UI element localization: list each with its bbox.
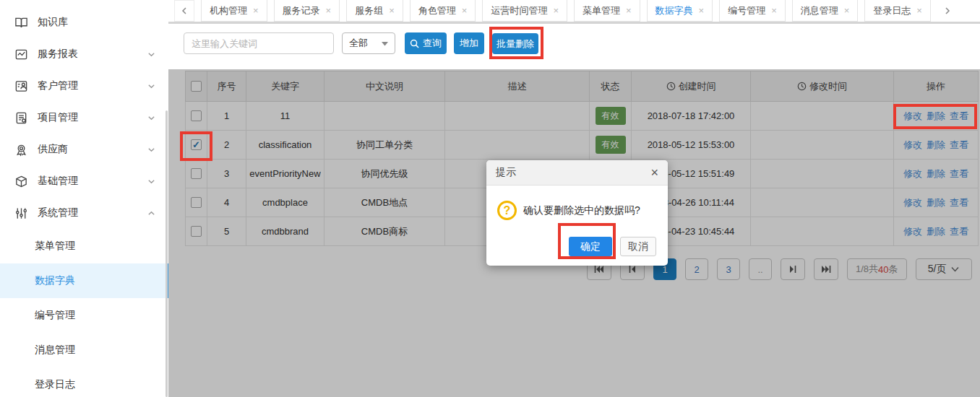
tab-login-log[interactable]: 登录日志× bbox=[864, 0, 931, 22]
caret-down-icon bbox=[382, 41, 388, 46]
close-icon[interactable]: × bbox=[699, 5, 705, 16]
sidebar-item-label: 系统管理 bbox=[38, 206, 147, 219]
cube-icon bbox=[14, 175, 28, 188]
tab-bar: 机构管理× 服务记录× 服务组× 角色管理× 运营时间管理× 菜单管理× 数据字… bbox=[168, 0, 980, 22]
search-icon bbox=[410, 39, 419, 48]
report-chart-icon bbox=[14, 48, 28, 61]
confirm-dialog: 提示 × ? 确认要删除选中的数据吗? 确定 取消 bbox=[486, 160, 668, 266]
close-icon[interactable]: × bbox=[553, 5, 559, 16]
tab-data-dictionary[interactable]: 数据字典× bbox=[647, 0, 713, 22]
book-icon bbox=[14, 16, 28, 30]
tab-label: 角色管理 bbox=[418, 4, 456, 17]
tab-menu-mgmt[interactable]: 菜单管理× bbox=[574, 0, 640, 22]
close-icon[interactable]: × bbox=[462, 5, 468, 16]
sidebar-subitem-label: 数据字典 bbox=[35, 274, 75, 287]
sidebar-item-customer-mgmt[interactable]: 客户管理 bbox=[0, 70, 168, 102]
batch-delete-button-label: 批量删除 bbox=[497, 38, 534, 51]
sidebar-item-knowledge-base[interactable]: 知识库 bbox=[0, 6, 168, 38]
tab-org-mgmt[interactable]: 机构管理× bbox=[201, 0, 267, 22]
dialog-title: 提示 bbox=[496, 166, 650, 179]
cancel-button[interactable]: 取消 bbox=[620, 237, 656, 256]
sidebar-subitem-login-log[interactable]: 登录日志 bbox=[0, 367, 168, 397]
close-icon[interactable]: × bbox=[844, 5, 850, 16]
confirm-button[interactable]: 确定 bbox=[569, 237, 612, 256]
dialog-body: ? 确认要删除选中的数据吗? bbox=[486, 186, 668, 220]
tab-label: 机构管理 bbox=[210, 4, 247, 17]
sidebar-item-service-report[interactable]: 服务报表 bbox=[0, 38, 168, 70]
tab-label: 数据字典 bbox=[656, 4, 693, 17]
close-icon[interactable]: × bbox=[771, 5, 777, 16]
chevron-left-icon bbox=[181, 7, 188, 14]
chevron-down-icon bbox=[147, 82, 155, 90]
sidebar-item-supplier[interactable]: 供应商 bbox=[0, 134, 168, 165]
sidebar-item-label: 知识库 bbox=[38, 16, 155, 29]
tab-message-mgmt[interactable]: 消息管理× bbox=[792, 0, 859, 22]
tab-label: 消息管理 bbox=[801, 4, 838, 17]
sidebar-item-basic-mgmt[interactable]: 基础管理 bbox=[0, 165, 168, 197]
chevron-down-icon bbox=[147, 51, 155, 58]
close-icon[interactable]: × bbox=[626, 5, 632, 16]
tab-scroll-left-button[interactable] bbox=[174, 0, 194, 22]
chevron-up-icon bbox=[147, 209, 155, 217]
add-button[interactable]: 增加 bbox=[454, 32, 484, 54]
sidebar-item-label: 客户管理 bbox=[38, 79, 147, 92]
filter-dropdown[interactable]: 全部 bbox=[342, 32, 395, 54]
customer-card-icon bbox=[14, 79, 28, 93]
query-button-label: 查询 bbox=[423, 37, 442, 50]
sidebar-subitem-label: 编号管理 bbox=[35, 309, 75, 322]
batch-delete-button[interactable]: 批量删除 bbox=[492, 33, 538, 54]
tab-label: 服务记录 bbox=[283, 4, 320, 17]
sidebar-item-label: 项目管理 bbox=[38, 111, 147, 124]
tab-number-mgmt[interactable]: 编号管理× bbox=[719, 0, 786, 22]
sidebar-subitem-label: 菜单管理 bbox=[35, 240, 75, 253]
sidebar-subitem-label: 消息管理 bbox=[35, 344, 75, 357]
search-input[interactable] bbox=[184, 32, 334, 54]
sidebar-subitem-number-mgmt[interactable]: 编号管理 bbox=[0, 298, 168, 333]
sidebar-item-label: 基础管理 bbox=[38, 175, 147, 188]
tab-operating-time-mgmt[interactable]: 运营时间管理× bbox=[482, 0, 567, 22]
query-button[interactable]: 查询 bbox=[405, 32, 447, 54]
tab-label: 菜单管理 bbox=[583, 4, 620, 17]
supplier-medal-icon bbox=[14, 143, 28, 157]
sidebar-item-system-mgmt[interactable]: 系统管理 bbox=[0, 197, 168, 229]
tab-label: 登录日志 bbox=[873, 4, 911, 17]
toolbar: 全部 查询 增加 批量删除 bbox=[168, 24, 980, 69]
tab-service-group[interactable]: 服务组× bbox=[346, 0, 403, 22]
sidebar: 知识库 服务报表 客户管理 项目管理 供应商 基础管理 bbox=[0, 0, 168, 397]
close-icon[interactable]: × bbox=[650, 166, 658, 179]
tab-label: 编号管理 bbox=[728, 4, 765, 17]
chevron-down-icon bbox=[147, 114, 155, 122]
sliders-icon bbox=[14, 206, 28, 220]
sidebar-item-label: 供应商 bbox=[38, 143, 147, 156]
tab-scroll-right-button[interactable] bbox=[937, 0, 958, 22]
chevron-down-icon bbox=[147, 146, 155, 154]
sidebar-subitem-label: 登录日志 bbox=[35, 378, 75, 391]
sidebar-scrollbar[interactable] bbox=[166, 110, 168, 397]
add-button-label: 增加 bbox=[460, 37, 478, 50]
close-icon[interactable]: × bbox=[326, 5, 332, 16]
tab-label: 服务组 bbox=[355, 4, 383, 17]
tab-service-record[interactable]: 服务记录× bbox=[274, 0, 340, 22]
chevron-down-icon bbox=[147, 178, 155, 186]
dialog-message: 确认要删除选中的数据吗? bbox=[523, 204, 640, 217]
tab-label: 运营时间管理 bbox=[491, 4, 547, 17]
chevron-right-icon bbox=[944, 7, 951, 14]
filter-value: 全部 bbox=[349, 37, 368, 50]
close-icon[interactable]: × bbox=[389, 5, 395, 16]
tab-role-mgmt[interactable]: 角色管理× bbox=[410, 0, 476, 22]
sidebar-subitem-menu-mgmt[interactable]: 菜单管理 bbox=[0, 229, 168, 263]
sidebar-subitem-message-mgmt[interactable]: 消息管理 bbox=[0, 333, 168, 367]
close-icon[interactable]: × bbox=[253, 5, 259, 16]
dialog-header: 提示 × bbox=[486, 160, 668, 186]
sidebar-subitem-data-dictionary[interactable]: 数据字典 bbox=[0, 263, 168, 298]
project-doc-icon bbox=[14, 111, 28, 125]
sidebar-item-label: 服务报表 bbox=[38, 48, 147, 61]
sidebar-item-project-mgmt[interactable]: 项目管理 bbox=[0, 102, 168, 134]
close-icon[interactable]: × bbox=[916, 5, 922, 16]
question-icon: ? bbox=[497, 201, 517, 220]
